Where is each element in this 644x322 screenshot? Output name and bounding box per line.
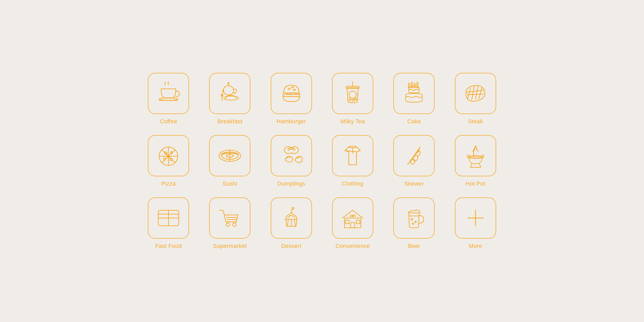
sushi-icon-box (209, 135, 250, 176)
cake-icon-box (393, 73, 435, 114)
svg-point-69 (415, 221, 416, 223)
svg-rect-64 (351, 223, 355, 228)
convenience-label: Convenience (336, 243, 370, 249)
svg-line-25 (467, 94, 484, 95)
hot-pot-icon (463, 143, 488, 169)
category-item-supermarket[interactable]: Supermarket (203, 197, 257, 249)
cake-label: Cake (407, 118, 421, 125)
category-item-more[interactable]: More (449, 197, 502, 249)
category-item-milky-tea[interactable]: Milky Tea (326, 73, 379, 125)
hamburger-icon (278, 81, 304, 106)
svg-line-22 (476, 86, 478, 99)
convenience-icon: 24H (340, 205, 366, 231)
svg-line-48 (479, 164, 481, 167)
svg-rect-45 (410, 158, 416, 165)
dumplings-icon-box (271, 135, 312, 176)
skewer-label: Skewer (404, 180, 424, 187)
category-item-hamburger[interactable]: Hamburger (265, 73, 318, 125)
dessert-icon (278, 205, 304, 231)
svg-point-15 (355, 98, 357, 100)
clothing-icon-box (332, 135, 373, 176)
skewer-icon (401, 143, 427, 169)
fast-food-icon (156, 205, 181, 231)
steak-label: Steak (468, 118, 483, 125)
svg-line-59 (287, 219, 288, 226)
svg-point-3 (228, 82, 229, 84)
breakfast-icon (217, 81, 243, 106)
svg-line-20 (468, 88, 470, 99)
svg-point-68 (411, 219, 413, 220)
category-item-dumplings[interactable]: Dumplings (265, 135, 318, 187)
supermarket-label: Supermarket (213, 243, 247, 249)
category-item-steak[interactable]: Steak (449, 73, 502, 125)
svg-line-21 (472, 86, 474, 100)
hot-pot-icon-box (455, 135, 496, 176)
dessert-label: Dessert (281, 243, 301, 249)
milky-tea-icon-box (332, 73, 373, 114)
category-grid: Coffee Breakfast (142, 73, 502, 249)
svg-text:24H: 24H (350, 214, 355, 218)
svg-point-8 (293, 89, 295, 91)
category-item-skewer[interactable]: Skewer (387, 135, 441, 187)
svg-point-32 (171, 152, 173, 154)
beer-icon (401, 205, 427, 231)
cake-icon (401, 81, 427, 106)
svg-point-2 (223, 86, 234, 95)
coffee-icon (156, 81, 181, 106)
supermarket-icon-box (209, 197, 250, 239)
hot-pot-label: Hot Pot (466, 180, 485, 187)
category-item-pizza[interactable]: Pizza (142, 135, 195, 187)
sushi-label: Sushi (223, 180, 237, 187)
category-item-cake[interactable]: Cake (387, 73, 441, 125)
category-item-clothing[interactable]: Clothing (326, 135, 379, 187)
clothing-icon (340, 143, 366, 169)
hamburger-label: Hamburger (277, 118, 306, 125)
svg-point-70 (412, 223, 414, 224)
beer-label: Beer (408, 243, 420, 249)
category-item-fast-food[interactable]: Fast Food (142, 197, 195, 249)
svg-point-14 (352, 99, 354, 101)
more-label: More (469, 243, 482, 249)
sushi-icon (217, 143, 243, 169)
fast-food-icon-box (148, 197, 189, 239)
svg-point-55 (226, 223, 230, 227)
category-item-breakfast[interactable]: Breakfast (203, 73, 257, 125)
category-item-hot-pot[interactable]: Hot Pot (449, 135, 502, 187)
breakfast-icon-box (209, 73, 250, 114)
convenience-icon-box: 24H (332, 197, 373, 239)
coffee-icon-box (148, 73, 189, 114)
fast-food-label: Fast Food (155, 243, 182, 249)
supermarket-icon (217, 205, 243, 231)
category-item-coffee[interactable]: Coffee (142, 73, 195, 125)
svg-rect-18 (414, 84, 415, 88)
skewer-icon-box (393, 135, 435, 176)
milky-tea-label: Milky Tea (341, 118, 365, 125)
more-icon-box (455, 197, 496, 239)
dumplings-label: Dumplings (277, 180, 305, 187)
svg-point-13 (349, 99, 351, 101)
more-icon (463, 205, 488, 231)
dessert-icon-box (271, 197, 312, 239)
svg-point-33 (164, 158, 166, 160)
pizza-icon (156, 143, 181, 169)
category-item-convenience[interactable]: 24H Convenience (326, 197, 379, 249)
svg-point-56 (233, 223, 236, 227)
clothing-label: Clothing (342, 180, 363, 187)
svg-point-6 (288, 88, 290, 90)
pizza-icon-box (148, 135, 189, 176)
milky-tea-icon (340, 81, 366, 106)
hamburger-icon-box (271, 73, 312, 114)
svg-rect-65 (345, 220, 349, 224)
svg-point-7 (292, 86, 294, 88)
category-item-sushi[interactable]: Sushi (203, 135, 257, 187)
svg-point-12 (349, 91, 356, 98)
svg-line-47 (470, 164, 472, 167)
beer-icon-box (393, 197, 435, 239)
breakfast-label: Breakfast (217, 118, 242, 125)
category-item-dessert[interactable]: Dessert (265, 197, 318, 249)
category-item-beer[interactable]: Beer (387, 197, 441, 249)
pizza-label: Pizza (161, 180, 176, 187)
svg-point-62 (292, 207, 294, 209)
svg-line-23 (479, 88, 482, 99)
steak-icon-box (455, 73, 496, 114)
